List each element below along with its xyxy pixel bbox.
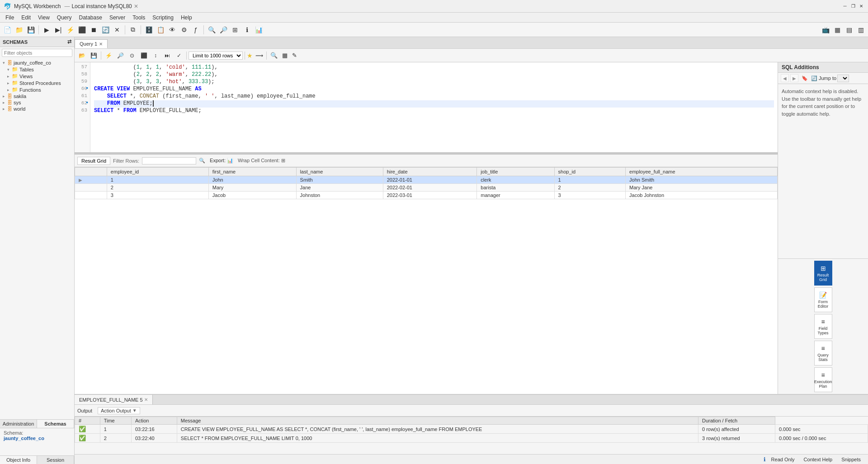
fn-btn[interactable]: ƒ [190,24,201,35]
action-output-btn[interactable]: Action Output ▼ [98,407,140,414]
layout1-btn[interactable]: ▦ [832,24,843,35]
menu-view[interactable]: View [34,14,53,22]
menu-help[interactable]: Help [177,14,196,22]
toggle-btn[interactable]: ⧉ [127,24,138,35]
tree-item-sys[interactable]: ▸ 🗄 sys [1,99,73,106]
monitor-btn[interactable]: 📺 [820,24,831,35]
query-tab-close[interactable]: ✕ [99,42,103,47]
tab-administration[interactable]: Administration [0,420,37,428]
exec-script-btn[interactable]: ⚡ [65,24,75,35]
layout-btn[interactable]: ▦ [280,51,289,60]
menu-query[interactable]: Query [53,14,75,22]
col-header-employee-id[interactable]: employee_id [107,168,208,176]
search-btn[interactable]: 🔍 [206,24,217,35]
open-btn[interactable]: 📁 [14,24,24,35]
context-help-tab[interactable]: Context Help [800,456,836,463]
open-file-btn[interactable]: 📂 [76,51,87,61]
result-grid-tab[interactable]: Result Grid [77,157,110,165]
output-tab-close[interactable]: ✕ [144,397,148,402]
bookmark-btn[interactable]: ★ [247,52,253,59]
col-header-last-name[interactable]: last_name [296,168,383,176]
menu-scripting[interactable]: Scripting [149,14,177,22]
refresh-btn[interactable]: 🔄 [100,24,111,35]
info-btn[interactable]: ℹ [241,24,252,35]
insert-btn[interactable]: ✎ [290,51,299,60]
filter-input[interactable] [2,49,72,57]
save-file-btn[interactable]: 💾 [88,51,99,61]
inspect-btn[interactable]: 🔎 [218,24,229,35]
tab-object-info[interactable]: Object Info [0,456,37,464]
stop-query-btn[interactable]: ⬛ [138,51,149,61]
query-stats-side-btn[interactable]: ≡ Query Stats [814,341,832,366]
col-header-first-name[interactable]: first_name [208,168,296,176]
form-editor-side-btn[interactable]: 📝 Form Editor [814,287,832,312]
output-tab-employee[interactable]: EMPLOYEE_FULL_NAME 5 ✕ [75,395,153,404]
jump-to-select[interactable] [837,75,849,82]
exec-selection-btn[interactable]: 🔎 [115,51,126,61]
minimize-button[interactable]: ─ [842,3,848,9]
menu-file[interactable]: File [2,14,18,22]
filter-rows-input[interactable] [142,157,196,164]
field-types-side-btn[interactable]: ≡ Field Types [814,314,832,339]
output-row-2[interactable]: ✅ 2 03:22:40 SELECT * FROM EMPLOYEE_FULL… [75,434,868,443]
table-row[interactable]: 3 Jacob Johnston 2022-03-01 manager 3 Ja… [75,192,778,199]
exec-selection-btn[interactable]: ▶| [53,24,64,35]
proc-btn[interactable]: ⚙ [179,24,189,35]
tree-item-views[interactable]: ▸ 📁 Views [1,73,73,80]
bookmark-nav-btn[interactable]: 🔖 [802,75,808,81]
col-header-shop-id[interactable]: shop_id [554,168,625,176]
export-button[interactable]: Export: 📊 [208,157,235,164]
new-query-btn[interactable]: 📄 [2,24,13,35]
col-header-job-title[interactable]: job_title [477,168,554,176]
nav-back-btn[interactable]: ◀ [781,74,789,82]
table-row[interactable]: ▶ 1 John Smith 2022-01-01 clerk 1 John S… [75,176,778,184]
output-row-1[interactable]: ✅ 1 03:22:16 CREATE VIEW EMPLOYEE_FULL_N… [75,425,868,434]
stop-btn[interactable]: ⬛ [76,24,87,35]
commit-btn[interactable]: ✓ [174,51,184,61]
menu-edit[interactable]: Edit [18,14,34,22]
refresh-nav-btn[interactable]: 🔄 [811,75,817,81]
tab-session[interactable]: Session [37,456,74,464]
save-btn[interactable]: 💾 [25,24,36,35]
schema-btn[interactable]: 🗄️ [143,24,154,35]
maximize-button[interactable]: ❐ [850,3,856,9]
menu-server[interactable]: Server [106,14,129,22]
tree-item-procedures[interactable]: ▸ 📁 Stored Procedures [1,80,73,86]
skip-btn[interactable]: ⏭ [162,51,173,61]
more-btn[interactable]: ⊞ [230,24,241,35]
table-row[interactable]: 2 Mary Jane 2022-02-01 barista 2 Mary Ja… [75,184,778,192]
search-query-btn[interactable]: 🔍 [269,51,279,60]
query-tab-1[interactable]: Query 1 ✕ [75,39,108,48]
col-header-hire-date[interactable]: hire_date [383,168,477,176]
layout3-btn[interactable]: ▥ [855,24,866,35]
menu-database[interactable]: Database [75,14,106,22]
close-button[interactable]: ✕ [858,3,864,9]
menu-tools[interactable]: Tools [129,14,149,22]
tree-item-world[interactable]: ▸ 🗄 world [1,106,73,112]
snippets-tab[interactable]: Snippets [838,456,864,463]
editor-content[interactable]: (1, 1, 1, 'cold', 111.11), (2, 2, 2, 'wa… [90,62,778,152]
exec-btn[interactable]: ▶ [41,24,52,35]
clear-btn[interactable]: ✕ [112,24,123,35]
toggle-results-btn[interactable]: ↕ [150,51,161,61]
view-btn[interactable]: 👁 [167,24,178,35]
tree-item-tables[interactable]: ▾ 📁 Tables [1,66,73,73]
filter-icon[interactable]: 🔍 [199,158,205,164]
layout2-btn[interactable]: ▤ [844,24,854,35]
exec-query-btn[interactable]: ⚡ [103,51,114,61]
schemas-toggle[interactable]: ⇄ [67,39,71,45]
sql-editor[interactable]: 57 58 59 60 61 62 63 (1, 1, 1, 'cold', 1… [75,62,778,153]
nav-forward-btn[interactable]: ▶ [790,74,798,82]
result-table-container[interactable]: employee_id first_name last_name hire_da… [75,167,778,394]
stats-btn[interactable]: 📊 [253,24,264,35]
limit-select[interactable]: Limit to 1000 rows Limit to 10 rows Limi… [189,52,243,60]
tab-schemas[interactable]: Schemas [37,420,74,428]
readonly-tab[interactable]: Read Only [768,456,798,463]
col-header-full-name[interactable]: employee_full_name [626,168,778,176]
format-btn[interactable]: ⟿ [254,51,264,61]
stop2-btn[interactable]: ⏹ [88,24,99,35]
explain-btn[interactable]: ⊙ [127,51,137,61]
table-btn[interactable]: 📋 [155,24,166,35]
tree-item-functions[interactable]: ▸ 📁 Functions [1,86,73,93]
tree-item-jaunty[interactable]: ▾ 🗄 jaunty_coffee_co [1,60,73,66]
